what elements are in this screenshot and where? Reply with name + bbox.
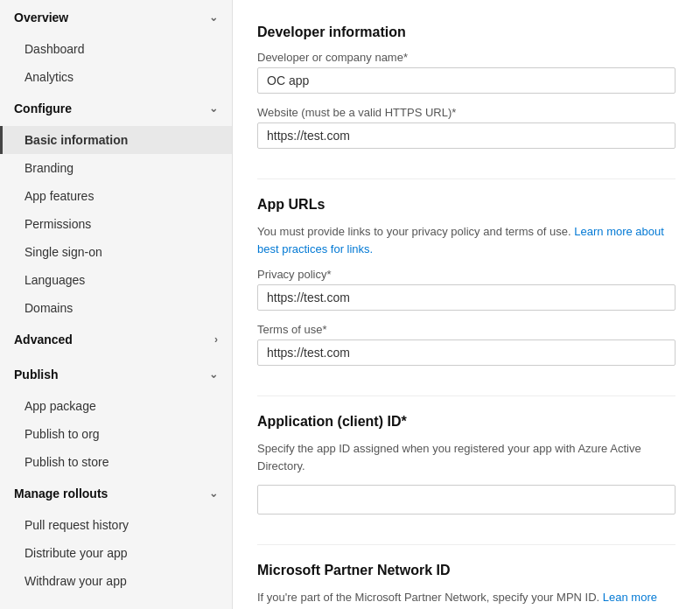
sidebar-item-distribute-your-app[interactable]: Distribute your app — [0, 539, 232, 567]
app-urls-description: You must provide links to your privacy p… — [257, 223, 676, 257]
app-id-input[interactable] — [257, 485, 676, 514]
sidebar-item-analytics[interactable]: Analytics — [0, 63, 232, 91]
privacy-policy-input[interactable] — [257, 284, 676, 311]
sidebar: Overview ⌄ Dashboard Analytics Configure… — [0, 0, 233, 609]
mpn-description: If you're part of the Microsoft Partner … — [257, 589, 676, 609]
sidebar-section-manage-rollouts-label: Manage rollouts — [14, 486, 108, 500]
main-content: Developer information Developer or compa… — [233, 0, 700, 609]
website-input[interactable] — [257, 122, 676, 149]
terms-of-use-input[interactable] — [257, 340, 676, 366]
sidebar-item-withdraw-your-app[interactable]: Withdraw your app — [0, 567, 232, 595]
chevron-down-icon: ⌄ — [209, 11, 218, 24]
sidebar-manage-items: Pull request history Distribute your app… — [0, 511, 232, 595]
app-id-title: Application (client) ID* — [257, 414, 676, 430]
app-urls-title: App URLs — [257, 197, 676, 213]
app-id-section: Application (client) ID* Specify the app… — [257, 414, 676, 527]
sidebar-section-publish[interactable]: Publish ⌄ — [0, 357, 232, 392]
chevron-down-icon-publish: ⌄ — [209, 368, 218, 381]
sidebar-item-branding[interactable]: Branding — [0, 154, 232, 182]
sidebar-item-permissions[interactable]: Permissions — [0, 210, 232, 238]
sidebar-item-basic-information[interactable]: Basic information — [0, 126, 232, 154]
website-label: Website (must be a valid HTTPS URL)* — [257, 106, 676, 119]
company-name-label: Developer or company name* — [257, 51, 676, 64]
sidebar-section-configure[interactable]: Configure ⌄ — [0, 91, 232, 126]
sidebar-item-app-package[interactable]: App package — [0, 392, 232, 420]
chevron-down-icon-manage: ⌄ — [209, 487, 218, 500]
sidebar-configure-items: Basic information Branding App features … — [0, 126, 232, 322]
app-id-description: Specify the app ID assigned when you reg… — [257, 440, 676, 474]
sidebar-section-publish-label: Publish — [14, 368, 59, 382]
mpn-title: Microsoft Partner Network ID — [257, 563, 676, 578]
sidebar-item-publish-to-org[interactable]: Publish to org — [0, 420, 232, 448]
company-name-input[interactable] — [257, 67, 676, 94]
sidebar-item-languages[interactable]: Languages — [0, 266, 232, 294]
terms-of-use-label: Terms of use* — [257, 323, 676, 336]
divider-1 — [257, 178, 676, 179]
sidebar-publish-items: App package Publish to org Publish to st… — [0, 392, 232, 476]
divider-2 — [257, 396, 676, 396]
sidebar-item-dashboard[interactable]: Dashboard — [0, 35, 232, 63]
sidebar-section-advanced-label: Advanced — [14, 332, 73, 346]
privacy-policy-label: Privacy policy* — [257, 268, 676, 281]
sidebar-section-manage-rollouts[interactable]: Manage rollouts ⌄ — [0, 476, 232, 511]
sidebar-item-publish-to-store[interactable]: Publish to store — [0, 448, 232, 476]
sidebar-section-overview[interactable]: Overview ⌄ — [0, 0, 232, 35]
chevron-right-icon-advanced: › — [214, 333, 218, 346]
sidebar-item-app-features[interactable]: App features — [0, 182, 232, 210]
divider-3 — [257, 544, 676, 545]
sidebar-item-single-sign-on[interactable]: Single sign-on — [0, 238, 232, 266]
sidebar-section-configure-label: Configure — [14, 102, 72, 116]
sidebar-item-pull-request-history[interactable]: Pull request history — [0, 511, 232, 539]
mpn-section: Microsoft Partner Network ID If you're p… — [257, 563, 676, 609]
sidebar-overview-items: Dashboard Analytics — [0, 35, 232, 91]
app-urls-section: App URLs You must provide links to your … — [257, 197, 676, 378]
developer-info-title: Developer information — [257, 24, 676, 40]
chevron-down-icon-configure: ⌄ — [209, 102, 218, 115]
developer-info-section: Developer information Developer or compa… — [257, 24, 676, 161]
sidebar-section-overview-label: Overview — [14, 10, 68, 24]
sidebar-section-advanced[interactable]: Advanced › — [0, 322, 232, 357]
sidebar-item-domains[interactable]: Domains — [0, 294, 232, 322]
